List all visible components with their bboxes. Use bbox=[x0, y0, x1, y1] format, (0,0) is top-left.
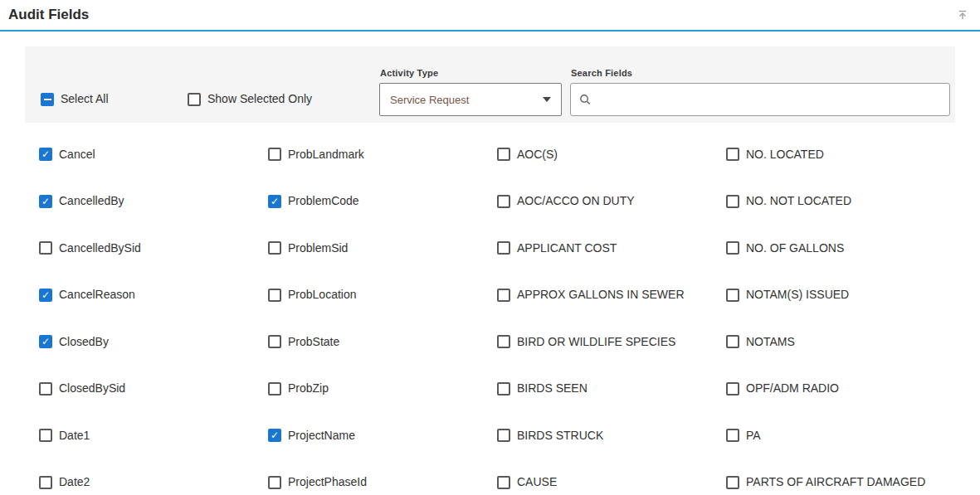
field-checkbox-item[interactable]: AOC(S) bbox=[497, 131, 726, 178]
field-checkbox-label: ProblemSid bbox=[288, 241, 348, 255]
field-checkbox-item[interactable]: ClosedBySid bbox=[39, 366, 268, 413]
field-checkbox-label: ProjectName bbox=[288, 429, 355, 443]
field-checkbox-label: Date1 bbox=[59, 429, 90, 443]
field-checkbox-box[interactable] bbox=[497, 476, 510, 489]
field-checkbox-item[interactable]: BIRD OR WILDLIFE SPECIES bbox=[497, 318, 726, 366]
field-checkbox-box[interactable] bbox=[726, 195, 739, 208]
field-checkbox-item[interactable]: ProblemCode bbox=[268, 178, 497, 226]
field-checkbox-label: ProbLandmark bbox=[288, 148, 364, 162]
field-checkbox-item[interactable]: OPF/ADM RADIO bbox=[726, 366, 955, 413]
page-content: Select All Show Selected Only Activity T… bbox=[0, 32, 980, 495]
field-checkbox-box[interactable] bbox=[497, 241, 510, 255]
field-checkbox-item[interactable]: Date2 bbox=[39, 459, 268, 495]
field-checkbox-item[interactable]: NOTAM(S) ISSUED bbox=[726, 272, 955, 319]
field-checkbox-item[interactable]: ProjectName bbox=[268, 412, 497, 459]
show-selected-only-checkbox-box[interactable] bbox=[188, 93, 201, 106]
field-checkbox-box[interactable] bbox=[726, 429, 739, 442]
field-checkbox-label: APPROX GALLONS IN SEWER bbox=[517, 288, 685, 302]
fields-grid: Cancel CancelledBy CancelledBySid Cancel… bbox=[25, 131, 955, 495]
field-checkbox-box[interactable] bbox=[268, 429, 281, 442]
field-checkbox-box[interactable] bbox=[39, 289, 52, 302]
field-checkbox-label: BIRDS STRUCK bbox=[517, 429, 603, 443]
field-checkbox-label: ProjectPhaseId bbox=[288, 475, 367, 489]
field-checkbox-item[interactable]: BIRDS STRUCK bbox=[497, 412, 726, 459]
field-checkbox-item[interactable]: BIRDS SEEN bbox=[497, 366, 726, 413]
field-checkbox-box[interactable] bbox=[497, 148, 510, 161]
field-checkbox-item[interactable]: NOTAMS bbox=[726, 318, 955, 366]
activity-type-field: Activity Type Service Request bbox=[379, 68, 562, 116]
field-checkbox-item[interactable]: Cancel bbox=[39, 131, 268, 178]
field-checkbox-box[interactable] bbox=[268, 241, 281, 255]
field-checkbox-item[interactable]: ProbLandmark bbox=[268, 131, 497, 178]
field-checkbox-item[interactable]: ProbLocation bbox=[268, 272, 497, 319]
field-checkbox-item[interactable]: AOC/ACCO ON DUTY bbox=[497, 178, 726, 226]
field-checkbox-box[interactable] bbox=[39, 429, 52, 442]
page-title: Audit Fields bbox=[8, 7, 89, 23]
field-checkbox-box[interactable] bbox=[268, 382, 281, 396]
fields-column: NO. LOCATED NO. NOT LOCATED NO. OF GALLO… bbox=[726, 131, 955, 495]
search-fields-field: Search Fields bbox=[570, 68, 950, 116]
field-checkbox-item[interactable]: PARTS OF AIRCRAFT DAMAGED bbox=[726, 459, 955, 495]
field-checkbox-label: APPLICANT COST bbox=[517, 241, 617, 255]
field-checkbox-item[interactable]: CancelledBySid bbox=[39, 225, 268, 272]
field-checkbox-item[interactable]: ProbState bbox=[268, 318, 497, 366]
field-checkbox-label: CancelledBySid bbox=[59, 241, 141, 255]
field-checkbox-box[interactable] bbox=[268, 195, 281, 208]
field-checkbox-box[interactable] bbox=[39, 195, 52, 208]
field-checkbox-item[interactable]: APPROX GALLONS IN SEWER bbox=[497, 272, 726, 319]
activity-type-value: Service Request bbox=[390, 94, 469, 106]
show-selected-only-checkbox[interactable]: Show Selected Only bbox=[188, 92, 379, 106]
field-checkbox-label: NO. OF GALLONS bbox=[746, 241, 844, 255]
field-checkbox-item[interactable]: Date1 bbox=[39, 412, 268, 459]
select-all-checkbox-box[interactable] bbox=[41, 93, 54, 106]
field-checkbox-label: AOC/ACCO ON DUTY bbox=[517, 194, 635, 208]
field-checkbox-box[interactable] bbox=[497, 382, 510, 396]
field-checkbox-item[interactable]: NO. LOCATED bbox=[726, 131, 955, 178]
field-checkbox-box[interactable] bbox=[497, 289, 510, 302]
field-checkbox-box[interactable] bbox=[497, 195, 510, 208]
activity-type-select[interactable]: Service Request bbox=[379, 83, 562, 116]
field-checkbox-box[interactable] bbox=[268, 289, 281, 302]
field-checkbox-label: CancelReason bbox=[59, 288, 135, 302]
field-checkbox-label: CancelledBy bbox=[59, 194, 124, 208]
field-checkbox-box[interactable] bbox=[39, 241, 52, 255]
field-checkbox-label: ClosedBy bbox=[59, 335, 109, 349]
show-selected-only-label: Show Selected Only bbox=[207, 92, 312, 106]
fields-column: AOC(S) AOC/ACCO ON DUTY APPLICANT COST A… bbox=[497, 131, 726, 495]
field-checkbox-label: BIRD OR WILDLIFE SPECIES bbox=[517, 335, 675, 349]
field-checkbox-box[interactable] bbox=[268, 476, 281, 489]
field-checkbox-box[interactable] bbox=[39, 335, 52, 348]
field-checkbox-box[interactable] bbox=[497, 429, 510, 442]
chevron-down-icon bbox=[543, 97, 551, 102]
scroll-to-top-icon[interactable] bbox=[955, 7, 970, 22]
fields-column: ProbLandmark ProblemCode ProblemSid Prob… bbox=[268, 131, 497, 495]
field-checkbox-item[interactable]: ClosedBy bbox=[39, 318, 268, 366]
field-checkbox-box[interactable] bbox=[39, 382, 52, 396]
field-checkbox-box[interactable] bbox=[726, 148, 739, 161]
field-checkbox-box[interactable] bbox=[268, 335, 281, 348]
field-checkbox-item[interactable]: APPLICANT COST bbox=[497, 225, 726, 272]
field-checkbox-box[interactable] bbox=[726, 335, 739, 348]
field-checkbox-box[interactable] bbox=[39, 148, 52, 161]
field-checkbox-box[interactable] bbox=[497, 335, 510, 348]
field-checkbox-box[interactable] bbox=[268, 148, 281, 161]
field-checkbox-item[interactable]: NO. OF GALLONS bbox=[726, 225, 955, 272]
field-checkbox-label: ProblemCode bbox=[288, 194, 359, 208]
field-checkbox-box[interactable] bbox=[726, 289, 739, 302]
field-checkbox-box[interactable] bbox=[726, 382, 739, 396]
activity-type-label: Activity Type bbox=[380, 68, 562, 78]
field-checkbox-item[interactable]: ProblemSid bbox=[268, 225, 497, 272]
field-checkbox-item[interactable]: CAUSE bbox=[497, 459, 726, 495]
select-all-checkbox[interactable]: Select All bbox=[41, 92, 188, 106]
field-checkbox-box[interactable] bbox=[726, 476, 739, 489]
field-checkbox-item[interactable]: ProjectPhaseId bbox=[268, 459, 497, 495]
field-checkbox-item[interactable]: CancelReason bbox=[39, 272, 268, 319]
field-checkbox-box[interactable] bbox=[39, 476, 52, 489]
field-checkbox-item[interactable]: CancelledBy bbox=[39, 178, 268, 226]
field-checkbox-item[interactable]: ProbZip bbox=[268, 366, 497, 413]
search-input[interactable] bbox=[597, 84, 941, 115]
field-checkbox-item[interactable]: NO. NOT LOCATED bbox=[726, 178, 955, 226]
field-checkbox-box[interactable] bbox=[726, 241, 739, 255]
search-box[interactable] bbox=[570, 83, 950, 116]
field-checkbox-item[interactable]: PA bbox=[726, 412, 955, 459]
